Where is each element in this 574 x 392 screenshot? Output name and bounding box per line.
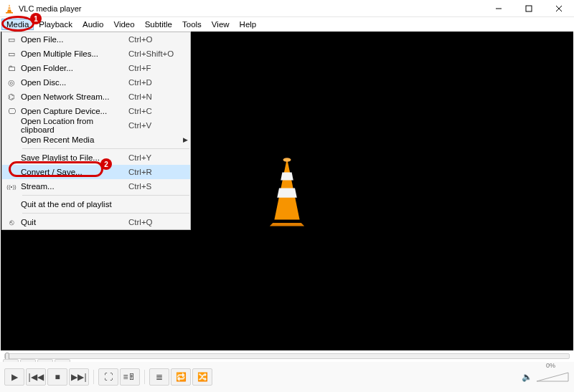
menu-media[interactable]: Media [1,19,34,30]
menu-open-recent-media[interactable]: Open Recent Media ▶ [2,133,190,147]
menu-item-shortcut: Ctrl+D [128,78,180,87]
menu-open-multiple-files[interactable]: ▭ Open Multiple Files... Ctrl+Shift+O [2,47,190,61]
menu-item-shortcut: Ctrl+Q [128,218,180,226]
window-controls [484,0,574,17]
menu-separator [22,148,189,149]
menu-item-shortcut: Ctrl+O [128,35,180,44]
menu-item-label: Open Network Stream... [21,92,128,101]
svg-marker-12 [537,373,568,381]
svg-rect-5 [526,6,532,11]
play-button[interactable]: ▶ [4,368,24,386]
divider [144,370,145,384]
svg-rect-2 [8,9,11,9]
menu-item-label: Open Recent Media [21,135,128,144]
divider [93,370,94,384]
svg-marker-9 [270,223,304,226]
menu-item-shortcut: Ctrl+S [128,182,180,191]
window-title: VLC media player [19,4,81,13]
app-cone-icon [3,4,16,14]
disc-icon: ◎ [2,78,21,87]
folder-icon: 🗀 [2,64,21,72]
menu-open-capture-device[interactable]: 🖵 Open Capture Device... Ctrl+C [2,104,190,118]
menu-item-shortcut: Ctrl+F [128,64,180,72]
next-button[interactable]: ▶▶| [69,368,89,386]
menu-bar: Media Playback Audio Video Subtitle Tool… [0,17,574,32]
mute-button[interactable]: 🔈 [522,372,532,382]
shuffle-button[interactable]: 🔀 [192,368,212,386]
menu-item-label: Quit at the end of playlist [21,200,128,209]
network-icon: ⌬ [2,92,21,102]
menu-playback[interactable]: Playback [34,19,77,30]
playback-controls: ▶ |◀◀ ■ ▶▶| ⛶ ≡🎚 ≣ 🔁 🔀 🔈 0% [0,362,574,392]
loop-button[interactable]: 🔁 [171,368,191,386]
menu-item-label: Open Capture Device... [21,107,128,115]
menu-item-label: Save Playlist to File... [21,153,128,162]
menu-open-disc[interactable]: ◎ Open Disc... Ctrl+D [2,75,190,90]
menu-item-label: Open Multiple Files... [21,49,128,58]
menu-item-shortcut: Ctrl+Shift+O [128,49,180,58]
menu-item-shortcut: Ctrl+C [128,107,180,115]
menu-open-folder[interactable]: 🗀 Open Folder... Ctrl+F [2,61,190,75]
minimize-button[interactable] [484,0,514,17]
menu-convert-save[interactable]: Convert / Save... Ctrl+R [2,165,190,179]
quit-icon: ⎋ [2,218,21,226]
extended-settings-button[interactable]: ≡🎚 [120,368,140,386]
playlist-button[interactable]: ≣ [149,368,169,386]
files-icon: ▭ [2,49,21,59]
title-bar: VLC media player [0,0,574,17]
menu-item-label: Stream... [21,182,128,191]
close-button[interactable] [544,0,574,17]
file-icon: ▭ [2,35,21,44]
menu-item-label: Open Location from clipboard [21,117,128,134]
menu-open-location-clipboard[interactable]: Open Location from clipboard Ctrl+V [2,118,190,133]
submenu-arrow-icon: ▶ [180,136,190,143]
menu-quit[interactable]: ⎋ Quit Ctrl+Q [2,215,190,229]
seek-track[interactable] [4,353,570,359]
media-menu-dropdown: ▭ Open File... Ctrl+O ▭ Open Multiple Fi… [1,32,191,230]
menu-video[interactable]: Video [108,19,139,30]
menu-audio[interactable]: Audio [77,19,108,30]
menu-item-shortcut: Ctrl+V [128,121,180,130]
stop-button[interactable]: ■ [47,368,67,386]
menu-subtitle[interactable]: Subtitle [140,19,177,30]
menu-item-shortcut: Ctrl+R [128,168,180,176]
menu-tools[interactable]: Tools [177,19,207,30]
menu-item-shortcut: Ctrl+N [128,92,180,101]
menu-item-label: Open Folder... [21,64,128,72]
menu-view[interactable]: View [207,19,235,30]
menu-separator [22,213,189,214]
maximize-button[interactable] [514,0,544,17]
volume-label: 0% [546,362,555,369]
menu-quit-end-playlist[interactable]: Quit at the end of playlist [2,197,190,211]
vlc-cone-icon [248,152,326,231]
stream-icon: ((•)) [2,183,21,190]
menu-separator [22,195,189,196]
svg-rect-1 [8,6,11,7]
volume-slider[interactable]: 0% [535,370,570,384]
seek-bar[interactable] [4,352,570,360]
fullscreen-button[interactable]: ⛶ [98,368,118,386]
menu-save-playlist[interactable]: Save Playlist to File... Ctrl+Y [2,150,190,165]
menu-item-label: Open File... [21,35,128,44]
menu-item-shortcut: Ctrl+Y [128,153,180,162]
previous-button[interactable]: |◀◀ [26,368,46,386]
menu-help[interactable]: Help [235,19,262,30]
menu-item-label: Quit [21,218,128,226]
svg-rect-3 [6,12,13,14]
menu-open-file[interactable]: ▭ Open File... Ctrl+O [2,32,190,47]
menu-stream[interactable]: ((•)) Stream... Ctrl+S [2,179,190,193]
svg-point-11 [283,158,291,162]
capture-icon: 🖵 [2,107,21,115]
svg-marker-0 [7,4,11,12]
menu-item-label: Convert / Save... [21,168,128,176]
menu-open-network-stream[interactable]: ⌬ Open Network Stream... Ctrl+N [2,90,190,104]
menu-item-label: Open Disc... [21,78,128,87]
